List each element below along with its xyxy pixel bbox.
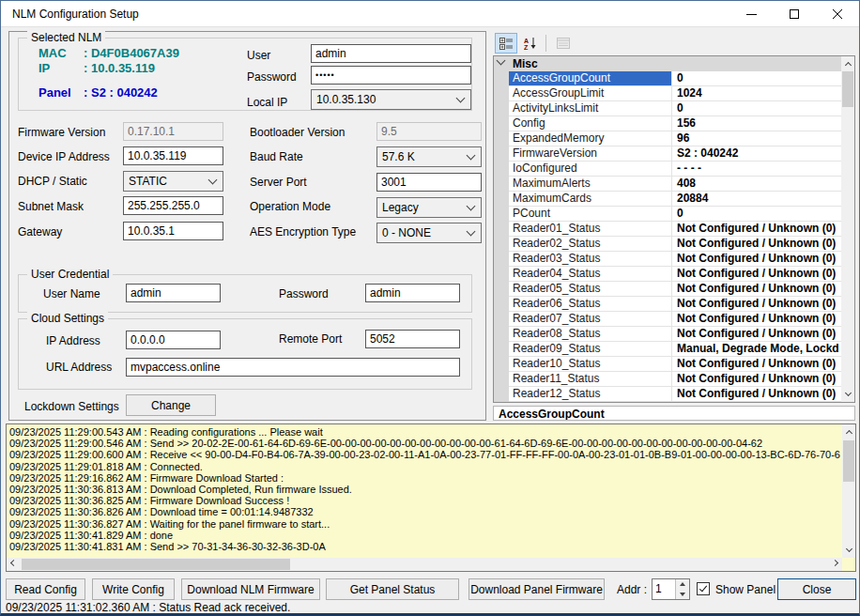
property-name[interactable]: AccessGroupCount — [509, 71, 672, 86]
property-row[interactable]: MaximumAlerts408 — [509, 177, 841, 192]
aes-encryption-combo[interactable]: 0 - NONE — [376, 223, 482, 243]
scroll-down-icon[interactable] — [842, 544, 855, 558]
property-row[interactable]: AccessGroupCount0 — [509, 71, 841, 86]
property-row[interactable]: Reader01_StatusNot Configured / Unknown … — [509, 222, 841, 237]
maximize-button[interactable] — [773, 1, 816, 27]
close-button[interactable]: Close — [777, 578, 856, 600]
property-row[interactable]: Reader11_StatusNot Configured / Unknown … — [509, 372, 841, 387]
show-panel-checkbox[interactable] — [697, 582, 710, 595]
property-row[interactable]: Reader10_StatusNot Configured / Unknown … — [509, 357, 841, 372]
property-name[interactable]: MaximumCards — [509, 192, 672, 207]
property-row[interactable]: Reader12_StatusNot Configured / Unknown … — [509, 387, 841, 402]
credential-password-input[interactable] — [365, 284, 460, 302]
operation-mode-combo[interactable]: Legacy — [376, 197, 482, 218]
property-value[interactable]: Not Configured / Unknown (0) — [672, 387, 841, 402]
device-ip-input[interactable] — [123, 146, 223, 165]
scroll-down-icon[interactable] — [841, 388, 854, 402]
scroll-up-icon[interactable] — [841, 56, 854, 70]
property-name[interactable]: Reader11_Status — [509, 372, 672, 387]
property-name[interactable]: PCount — [509, 207, 672, 222]
minimize-button[interactable] — [729, 1, 773, 27]
subnet-mask-input[interactable] — [123, 196, 223, 215]
property-row[interactable]: Reader03_StatusNot Configured / Unknown … — [509, 252, 841, 267]
property-row[interactable]: Reader09_StatusManual, Degrade Mode, Loc… — [509, 342, 841, 357]
property-value[interactable]: S2 : 040242 — [672, 146, 841, 162]
property-row[interactable]: Reader05_StatusNot Configured / Unknown … — [509, 282, 841, 297]
cloud-ip-input[interactable] — [126, 331, 221, 349]
download-panel-firmware-button[interactable]: Download Panel Firmware — [468, 578, 605, 600]
write-config-button[interactable]: Write Config — [92, 578, 175, 600]
property-row[interactable]: Reader04_StatusNot Configured / Unknown … — [509, 267, 841, 282]
property-row[interactable]: PCount0 — [509, 207, 841, 222]
scroll-left-icon[interactable] — [7, 558, 21, 571]
property-row[interactable]: Reader08_StatusNot Configured / Unknown … — [509, 327, 841, 342]
property-grid-scrollbar[interactable] — [841, 56, 854, 402]
property-name[interactable]: IoConfigured — [509, 162, 672, 177]
download-nlm-firmware-button[interactable]: Download NLM Firmware — [181, 578, 320, 600]
property-value[interactable]: 156 — [672, 116, 841, 131]
property-value[interactable]: Not Configured / Unknown (0) — [672, 222, 841, 237]
scroll-right-icon[interactable] — [828, 558, 842, 571]
close-window-button[interactable] — [816, 1, 859, 27]
scroll-up-icon[interactable] — [842, 424, 855, 439]
spin-up-button[interactable] — [676, 579, 689, 590]
property-row[interactable]: FirmwareVersionS2 : 040242 — [509, 146, 841, 162]
property-name[interactable]: MaximumAlerts — [509, 177, 672, 192]
get-panel-status-button[interactable]: Get Panel Status — [326, 578, 459, 600]
property-value[interactable]: 0 — [672, 101, 841, 116]
property-value[interactable]: 96 — [672, 131, 841, 146]
alphabetical-sort-button[interactable]: A Z — [519, 33, 542, 54]
baud-rate-combo[interactable]: 57.6 K — [376, 146, 482, 167]
property-name[interactable]: ExpandedMemory — [509, 131, 672, 146]
property-name[interactable]: Reader06_Status — [509, 297, 672, 312]
server-port-input[interactable] — [376, 173, 482, 192]
property-value[interactable]: Not Configured / Unknown (0) — [672, 357, 841, 372]
log-vertical-scrollbar[interactable] — [842, 424, 855, 558]
property-value[interactable]: 0 — [672, 207, 841, 222]
change-lockdown-button[interactable]: Change — [126, 394, 216, 416]
property-value[interactable]: Not Configured / Unknown (0) — [672, 282, 841, 297]
property-value[interactable]: - - - - — [672, 162, 841, 177]
property-value[interactable]: Not Configured / Unknown (0) — [672, 297, 841, 312]
gateway-input[interactable] — [123, 222, 223, 240]
property-name[interactable]: Reader12_Status — [509, 387, 672, 402]
url-address-input[interactable] — [126, 358, 460, 377]
user-name-input[interactable] — [126, 284, 221, 302]
property-row[interactable]: Reader02_StatusNot Configured / Unknown … — [509, 237, 841, 252]
user-input[interactable] — [311, 44, 471, 63]
property-value[interactable]: Not Configured / Unknown (0) — [672, 372, 841, 387]
property-name[interactable]: Reader10_Status — [509, 357, 672, 372]
scrollbar-thumb[interactable] — [22, 559, 290, 570]
password-input[interactable] — [311, 66, 471, 85]
read-config-button[interactable]: Read Config — [6, 578, 85, 600]
categorized-button[interactable] — [495, 33, 517, 54]
property-row[interactable]: Reader06_StatusNot Configured / Unknown … — [509, 297, 841, 312]
property-name[interactable]: Reader01_Status — [509, 222, 672, 237]
property-value[interactable]: Not Configured / Unknown (0) — [672, 267, 841, 282]
property-value[interactable]: 1024 — [672, 86, 841, 101]
property-name[interactable]: ActivityLinksLimit — [509, 101, 672, 116]
property-value[interactable]: Not Configured / Unknown (0) — [672, 327, 841, 342]
property-name[interactable]: Reader05_Status — [509, 282, 672, 297]
property-row[interactable]: MaximumCards20884 — [509, 192, 841, 207]
titlebar[interactable]: NLM Configuration Setup — [1, 1, 859, 27]
property-value[interactable]: Not Configured / Unknown (0) — [672, 252, 841, 267]
log-horizontal-scrollbar[interactable] — [7, 558, 842, 571]
scrollbar-thumb[interactable] — [843, 440, 854, 482]
property-value[interactable]: 408 — [672, 177, 841, 192]
property-value[interactable]: 20884 — [672, 192, 841, 207]
property-row[interactable]: ActivityLinksLimit0 — [509, 101, 841, 116]
dhcp-static-combo[interactable]: STATIC — [123, 171, 223, 192]
property-name[interactable]: FirmwareVersion — [509, 146, 672, 162]
property-name[interactable]: Reader02_Status — [509, 237, 672, 252]
property-row[interactable]: Reader07_StatusNot Configured / Unknown … — [509, 312, 841, 327]
property-row[interactable]: AccessGroupLimit1024 — [509, 86, 841, 101]
addr-spinner[interactable]: 1 — [652, 578, 690, 600]
property-name[interactable]: AccessGroupLimit — [509, 86, 672, 101]
log-textbox[interactable]: 09/23/2025 11:29:00.543 AM : Reading con… — [6, 424, 856, 572]
property-value[interactable]: Not Configured / Unknown (0) — [672, 312, 841, 327]
remote-port-input[interactable] — [365, 330, 460, 348]
property-row[interactable]: IoConfigured- - - - — [509, 162, 841, 177]
property-value[interactable]: 0 — [672, 71, 841, 86]
property-name[interactable]: Reader03_Status — [509, 252, 672, 267]
